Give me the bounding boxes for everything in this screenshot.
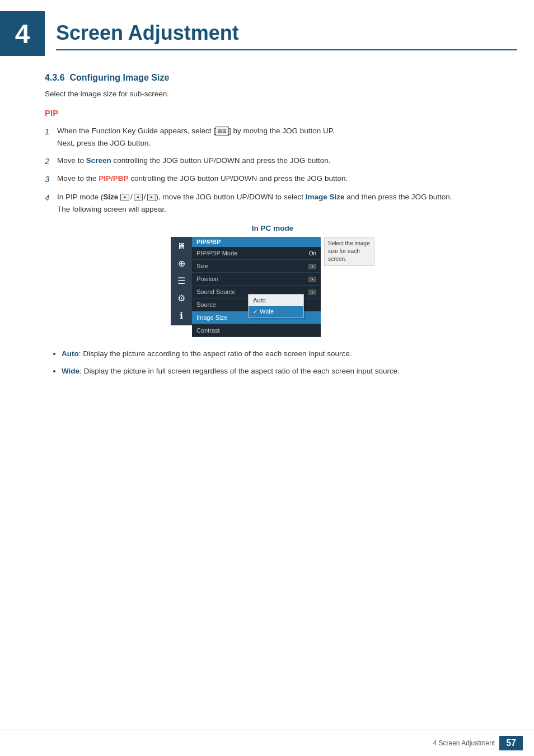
pip-pbp-label: PIP/PBP [99, 174, 128, 183]
size-icon-3 [147, 194, 156, 200]
main-content: 4.3.6 Configuring Image Size Select the … [0, 73, 534, 377]
checkmark-icon: ✓ [253, 309, 257, 315]
step-4-number: 4 [45, 192, 57, 204]
chapter-number-block: 4 [0, 11, 45, 56]
bullet-item-auto: Auto: Display the picture according to t… [62, 348, 500, 360]
footer-text: 4 Screen Adjustment [433, 739, 495, 747]
menu-item-source-label: Source [196, 301, 216, 308]
menu-item-contrast[interactable]: Contrast [192, 324, 321, 337]
page-header: 4 Screen Adjustment [0, 0, 534, 62]
screen-label: Screen [86, 156, 111, 165]
dropdown-menu[interactable]: Auto ✓ Wide [248, 294, 304, 318]
menu-item-pip-mode[interactable]: PIP/PBP Mode On [192, 247, 321, 260]
step-4-line: In PIP mode (Size // ), move the JOG but… [57, 192, 500, 203]
wide-text: : Display the picture in full screen reg… [79, 367, 400, 375]
step-1-sub: Next, press the JOG button. [57, 138, 500, 149]
menu-item-position-value: ▪ [308, 276, 316, 282]
wide-label: Wide [62, 367, 79, 375]
menu-item-contrast-label: Contrast [196, 327, 220, 334]
menu-item-pip-mode-value: On [309, 250, 316, 256]
step-1-text: When the Function Key Guide appears, sel… [57, 125, 500, 150]
pip-heading: PIP [45, 108, 500, 118]
size-icons: // [120, 192, 156, 203]
chapter-number: 4 [15, 18, 30, 49]
page-footer: 4 Screen Adjustment 57 [0, 730, 534, 756]
step-2-number: 2 [45, 155, 57, 168]
pc-mode-label: In PC mode [45, 224, 500, 232]
menu-item-pip-mode-label: PIP/PBP Mode [196, 250, 237, 256]
sound-value-icon: ▪ [308, 290, 316, 295]
steps-list: 1 When the Function Key Guide appears, s… [45, 125, 500, 215]
auto-label: Auto [62, 349, 79, 358]
step-2-text: Move to Screen controlling the JOG butto… [57, 155, 500, 166]
size-value-icon: ▪ [308, 264, 316, 269]
menu-item-sound-source-label: Sound Source [196, 288, 236, 295]
section-title: Configuring Image Size [69, 73, 169, 82]
section-description: Select the image size for sub-screen. [45, 90, 500, 98]
function-key-icon: ⊞⊞ [216, 127, 229, 137]
tooltip-box: Select the image size for each screen. [324, 237, 374, 266]
position-value-icon: ▪ [308, 277, 316, 282]
section-heading: 4.3.6 Configuring Image Size [45, 73, 500, 83]
sidebar-icons: 🖥 ⊕ ☰ ⚙ ℹ [171, 237, 192, 325]
image-size-label: Image Size [306, 193, 345, 201]
diagram-container: 🖥 ⊕ ☰ ⚙ ℹ PIP/PBP PIP/PBP Mode On Size [45, 237, 500, 337]
menu-item-size[interactable]: Size ▪ [192, 260, 321, 273]
menu-item-position-label: Position [196, 276, 218, 282]
size-label: Size [103, 193, 118, 201]
menu-item-image-size-label: Image Size [196, 314, 227, 321]
dropdown-item-wide[interactable]: ✓ Wide [249, 306, 303, 317]
step-3-number: 3 [45, 173, 57, 186]
gear-icon: ⚙ [177, 293, 185, 304]
bullet-item-wide: Wide: Display the picture in full screen… [62, 366, 500, 377]
step-1: 1 When the Function Key Guide appears, s… [45, 125, 500, 150]
diagram-wrapper: 🖥 ⊕ ☰ ⚙ ℹ PIP/PBP PIP/PBP Mode On Size [171, 237, 374, 337]
step-4-text: In PIP mode (Size // ), move the JOG but… [57, 192, 500, 216]
size-icon-1 [120, 194, 129, 200]
footer-page-number: 57 [499, 736, 523, 750]
step-4: 4 In PIP mode (Size // ), move the JOG b… [45, 192, 500, 216]
settings-icon: ⊕ [178, 258, 185, 269]
menu-item-sound-value: ▪ [308, 289, 316, 295]
menu-header: PIP/PBP [192, 237, 321, 247]
info-icon: ℹ [180, 310, 183, 321]
menu-item-size-label: Size [196, 263, 208, 269]
chapter-title: Screen Adjustment [56, 11, 517, 50]
step-3: 3 Move to the PIP/PBP controlling the JO… [45, 173, 500, 186]
step-1-number: 1 [45, 125, 57, 138]
menu-icon: ☰ [177, 276, 185, 286]
display-icon: 🖥 [177, 241, 186, 251]
auto-text: : Display the picture according to the a… [79, 349, 352, 358]
section-number: 4.3.6 [45, 73, 65, 82]
menu-panel: PIP/PBP PIP/PBP Mode On Size ▪ Position [192, 237, 321, 337]
bullet-list: Auto: Display the picture according to t… [45, 348, 500, 377]
size-icon-2 [134, 194, 143, 200]
menu-item-position[interactable]: Position ▪ [192, 273, 321, 286]
dropdown-item-auto[interactable]: Auto [249, 295, 303, 306]
menu-item-source[interactable]: Source Auto ✓ Wide [192, 298, 321, 311]
step-3-text: Move to the PIP/PBP controlling the JOG … [57, 173, 500, 184]
step-4-sub: The following screen will appear. [57, 204, 500, 215]
menu-item-size-value: ▪ [308, 263, 316, 269]
step-2: 2 Move to Screen controlling the JOG but… [45, 155, 500, 168]
